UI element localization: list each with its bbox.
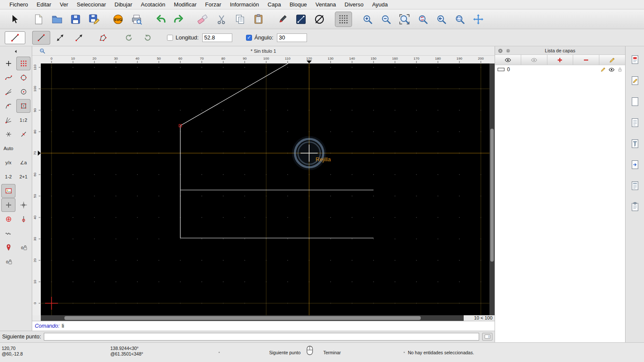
draw-pen-button[interactable] (274, 12, 291, 27)
cut-button[interactable] (213, 12, 230, 27)
layer-row[interactable]: 0 (495, 65, 625, 74)
line-angle-button[interactable] (51, 31, 69, 45)
edit-layer-button[interactable] (599, 55, 625, 65)
grid-toggle-button[interactable] (335, 12, 352, 27)
snap-center-button[interactable] (16, 85, 30, 99)
menu-diverso[interactable]: Diverso (340, 0, 368, 9)
snap-pin-button[interactable] (1, 241, 15, 254)
menu-capa[interactable]: Capa (263, 0, 285, 9)
zoom-redraw-button[interactable] (414, 12, 431, 27)
grid-crosshair-button[interactable] (1, 198, 15, 212)
copy-button[interactable] (231, 12, 249, 27)
snap-on-entity-button[interactable] (16, 71, 30, 84)
snap-circle-button[interactable] (1, 212, 15, 226)
line-two-points-button[interactable] (32, 31, 50, 45)
zoom-auto-button[interactable] (396, 12, 413, 27)
add-layer-button[interactable] (547, 55, 574, 65)
lock-relative-zero-button[interactable]: 0 (16, 241, 30, 254)
layer-edit-icon[interactable] (600, 66, 606, 72)
current-tool-button[interactable] (5, 31, 25, 44)
drawing-canvas[interactable]: Rejilla (41, 63, 489, 315)
save-as-button[interactable] (85, 12, 103, 27)
paste-button[interactable] (250, 12, 267, 27)
menu-forzar[interactable]: Forzar (201, 0, 226, 9)
hide-all-layers-button[interactable] (521, 55, 547, 65)
layer-visible-icon[interactable] (608, 66, 615, 73)
draft-mode-button[interactable] (311, 12, 328, 27)
menu-ventana[interactable]: Ventana (311, 0, 340, 9)
relative-zero-button[interactable]: 0 (1, 255, 15, 268)
menu-seleccionar[interactable]: Seleccionar (73, 0, 110, 9)
menu-editar[interactable]: Editar (32, 0, 55, 9)
snap-tangent-button[interactable] (1, 113, 15, 127)
float-panel-button[interactable] (505, 48, 511, 54)
coords-polar-button[interactable]: ∠a (16, 156, 30, 169)
remove-layer-button[interactable] (573, 55, 599, 65)
zoom-pan-button[interactable] (470, 12, 487, 27)
menu-dibujar[interactable]: Dibujar (110, 0, 137, 9)
angle-input[interactable] (277, 33, 307, 42)
document-zoom-icon[interactable] (39, 48, 46, 54)
close-panel-button[interactable] (497, 48, 503, 54)
menu-ayuda[interactable]: Ayuda (368, 0, 392, 9)
zoom-previous-button[interactable] (433, 12, 450, 27)
snap-distance-button[interactable] (16, 99, 30, 113)
dock-library-button[interactable] (629, 53, 641, 66)
order-one-two-button[interactable]: 1-2 (1, 170, 15, 184)
dock-notes-button[interactable] (629, 179, 641, 192)
snap-vertical-line-button[interactable] (16, 212, 30, 226)
dock-clipboard-button[interactable] (629, 200, 641, 213)
layer-lock-icon[interactable] (617, 66, 623, 72)
length-input[interactable] (202, 33, 232, 42)
new-document-button[interactable] (30, 12, 47, 27)
delete-entities-button[interactable] (194, 12, 212, 27)
zoom-in-button[interactable] (359, 12, 376, 27)
undo-button[interactable] (152, 12, 169, 27)
snap-grid-button[interactable] (16, 57, 30, 70)
collapse-palette-button[interactable] (6, 48, 25, 54)
print-preview-button[interactable] (128, 12, 145, 27)
redo-segment-button[interactable] (139, 31, 157, 45)
dock-command-button[interactable] (629, 158, 641, 171)
horizontal-scrollbar[interactable] (41, 315, 464, 321)
snap-endpoint-button[interactable] (1, 71, 15, 84)
snap-middle-button[interactable] (1, 99, 15, 113)
snap-perpendicular-button[interactable] (1, 127, 15, 141)
console-dock-button[interactable] (482, 333, 492, 341)
dock-filter-button[interactable] (629, 137, 641, 150)
restrict-vertical-button[interactable]: 1↕2 (16, 113, 30, 127)
crosshair-lines-button[interactable] (16, 198, 30, 212)
menu-modificar[interactable]: Modificar (170, 0, 201, 9)
export-svg-button[interactable]: SVG (109, 12, 127, 27)
polyline-tool-button[interactable] (94, 31, 112, 45)
select-button[interactable] (6, 12, 23, 27)
menu-ver[interactable]: Ver (55, 0, 73, 9)
dock-list-button[interactable] (629, 116, 641, 129)
freehand-line-button[interactable] (1, 226, 15, 240)
restrict-orthogonal-button[interactable] (16, 127, 30, 141)
insert-image-button[interactable] (1, 184, 15, 198)
horizontal-scrollbar-thumb[interactable] (64, 316, 421, 320)
line-ray-button[interactable] (70, 31, 88, 45)
menu-acotacion[interactable]: Acotación (137, 0, 170, 9)
vertical-scrollbar-thumb[interactable] (490, 129, 494, 262)
menu-bloque[interactable]: Bloque (285, 0, 311, 9)
polyline-mode-button[interactable] (292, 12, 310, 27)
snap-free-button[interactable] (1, 57, 15, 70)
dock-block-edit-button[interactable] (629, 74, 641, 87)
open-file-button[interactable] (49, 12, 66, 27)
show-all-layers-button[interactable] (495, 55, 521, 65)
undo-segment-button[interactable] (120, 31, 138, 45)
zoom-window-button[interactable] (451, 12, 468, 27)
angle-checkbox[interactable] (246, 35, 252, 41)
order-two-one-button[interactable]: 2+1 (16, 170, 30, 184)
snap-intersection-button[interactable] (1, 85, 15, 99)
coords-cartesian-button[interactable]: y/x (1, 156, 15, 169)
dock-blank-button[interactable] (629, 95, 641, 108)
command-input[interactable] (44, 333, 479, 341)
redo-button[interactable] (170, 12, 188, 27)
save-button[interactable] (67, 12, 84, 27)
menu-fichero[interactable]: Fichero (5, 0, 32, 9)
vertical-scrollbar[interactable] (489, 63, 495, 315)
length-checkbox[interactable] (167, 35, 173, 41)
